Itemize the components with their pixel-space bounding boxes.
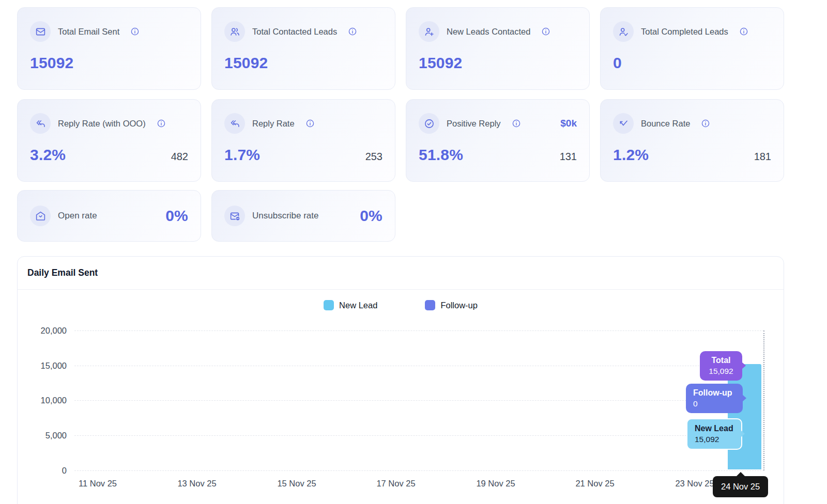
card-new-leads-contacted: New Leads Contacted 15092 xyxy=(406,7,590,90)
legend-item-follow-up[interactable]: Follow-up xyxy=(425,300,478,310)
info-icon[interactable] xyxy=(130,27,140,36)
reply-all-icon xyxy=(224,113,245,134)
tooltip-newlead-value: 15,092 xyxy=(695,434,734,445)
card-value: 15092 xyxy=(224,54,268,72)
tooltip-arrow xyxy=(741,430,745,437)
card-label: Bounce Rate xyxy=(641,119,690,129)
y-axis-tick: 0 xyxy=(18,466,67,476)
info-icon[interactable] xyxy=(739,27,748,36)
card-reply-rate: Reply Rate 1.7% 253 xyxy=(211,99,395,182)
chart-title-bar: Daily Email Sent xyxy=(18,257,784,290)
card-value: 3.2% xyxy=(30,146,66,164)
mail-minus-icon xyxy=(224,206,245,226)
legend-item-new-lead[interactable]: New Lead xyxy=(324,300,377,310)
card-count: 181 xyxy=(754,151,771,163)
card-bounce-rate: Bounce Rate 1.2% 181 xyxy=(600,99,784,182)
tooltip-date-label: 24 Nov 25 xyxy=(721,482,760,491)
card-reply-rate-ooo: Reply Rate (with OOO) 3.2% 482 xyxy=(17,99,201,182)
x-axis-tick: 15 Nov 25 xyxy=(277,479,316,489)
gridline xyxy=(74,366,764,366)
y-axis-tick: 20,000 xyxy=(18,326,67,336)
legend-label: Follow-up xyxy=(440,301,478,310)
x-axis-tick: 13 Nov 25 xyxy=(177,479,216,489)
card-open-rate: Open rate 0% xyxy=(17,190,201,242)
chart-legend: New Lead Follow-up xyxy=(18,300,784,310)
info-icon[interactable] xyxy=(348,27,357,36)
card-value: 0 xyxy=(613,54,622,72)
users-icon xyxy=(224,21,245,42)
card-count: 253 xyxy=(365,151,382,163)
mail-open-icon xyxy=(30,206,51,226)
card-label: Reply Rate xyxy=(252,119,295,129)
tooltip-total-label: Total xyxy=(707,355,735,366)
y-axis-tick: 5,000 xyxy=(18,431,67,440)
follow-up-swatch-icon xyxy=(425,300,435,310)
card-unsubscribe-rate: Unsubscribe rate 0% xyxy=(211,190,395,242)
tooltip-follow-up: Follow-up 0 xyxy=(686,384,743,413)
bounce-arrow-icon xyxy=(613,113,634,134)
tooltip-followup-value: 0 xyxy=(693,399,736,409)
card-total-completed-leads: Total Completed Leads 0 xyxy=(600,7,784,90)
new-lead-swatch-icon xyxy=(324,300,334,310)
card-value: 0% xyxy=(165,207,188,225)
x-axis-tick: 23 Nov 25 xyxy=(675,479,714,489)
gridline xyxy=(74,470,764,471)
tooltip-arrow xyxy=(742,362,746,369)
x-axis-tick: 21 Nov 25 xyxy=(575,479,614,489)
card-value: 1.7% xyxy=(224,146,260,164)
info-icon[interactable] xyxy=(701,119,710,128)
chart-title: Daily Email Sent xyxy=(27,267,98,278)
metrics-row-2: Reply Rate (with OOO) 3.2% 482 Reply Rat… xyxy=(17,99,784,182)
y-axis-tick: 15,000 xyxy=(18,361,67,371)
tooltip-total: Total 15,092 xyxy=(700,351,742,381)
info-icon[interactable] xyxy=(541,27,550,36)
card-label: Positive Reply xyxy=(447,119,501,129)
card-label: Total Contacted Leads xyxy=(252,27,337,37)
info-icon[interactable] xyxy=(305,119,315,128)
gridline xyxy=(74,330,764,331)
user-check-icon xyxy=(613,21,634,42)
card-value: 1.2% xyxy=(613,146,649,164)
gridline xyxy=(74,435,764,436)
card-value: 0% xyxy=(360,207,382,225)
x-axis-tick: 11 Nov 25 xyxy=(79,479,117,489)
tooltip-up-arrow xyxy=(736,472,745,477)
card-label: Open rate xyxy=(58,211,97,221)
user-plus-icon xyxy=(419,21,439,42)
daily-email-sent-chart-card: Daily Email Sent New Lead Follow-up 20,0… xyxy=(17,256,784,504)
hover-crosshair xyxy=(763,330,764,470)
legend-label: New Lead xyxy=(339,301,377,310)
card-label: Total Completed Leads xyxy=(641,27,728,37)
positive-reply-amount: $0k xyxy=(560,118,577,129)
card-value: 15092 xyxy=(30,54,73,72)
dashboard: Total Email Sent 15092 Total Contacted L… xyxy=(17,7,784,504)
gridline xyxy=(74,400,764,401)
card-count: 482 xyxy=(171,151,188,163)
card-label: Total Email Sent xyxy=(58,27,119,37)
card-label: New Leads Contacted xyxy=(447,27,530,37)
tooltip-newlead-label: New Lead xyxy=(695,423,734,434)
card-positive-reply: Positive Reply $0k 51.8% 131 xyxy=(406,99,590,182)
mail-icon xyxy=(30,21,51,42)
tooltip-arrow xyxy=(742,395,746,402)
card-total-email-sent: Total Email Sent 15092 xyxy=(17,7,201,90)
info-icon[interactable] xyxy=(157,119,166,128)
tooltip-followup-label: Follow-up xyxy=(693,388,736,399)
card-label: Unsubscribe rate xyxy=(252,211,319,221)
x-axis-tick: 17 Nov 25 xyxy=(376,479,415,489)
card-count: 131 xyxy=(560,151,577,163)
info-icon[interactable] xyxy=(512,119,521,128)
metrics-row-1: Total Email Sent 15092 Total Contacted L… xyxy=(17,7,784,90)
tooltip-date: 24 Nov 25 xyxy=(713,476,768,497)
card-label: Reply Rate (with OOO) xyxy=(58,119,146,129)
check-circle-icon xyxy=(419,113,439,134)
reply-all-icon xyxy=(30,113,51,134)
card-value: 51.8% xyxy=(419,146,463,164)
x-axis-tick: 19 Nov 25 xyxy=(476,479,515,489)
tooltip-new-lead: New Lead 15,092 xyxy=(686,418,742,450)
y-axis-tick: 10,000 xyxy=(18,396,67,405)
card-value: 15092 xyxy=(419,54,462,72)
metrics-row-3: Open rate 0% Unsubscribe rate 0% xyxy=(17,190,784,242)
tooltip-total-value: 15,092 xyxy=(707,366,735,376)
card-total-contacted-leads: Total Contacted Leads 15092 xyxy=(211,7,395,90)
